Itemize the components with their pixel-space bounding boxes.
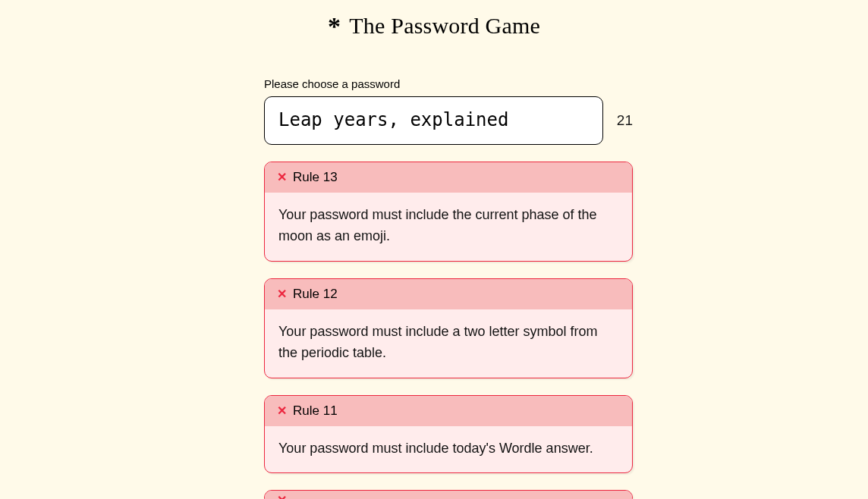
rule-body: Your password must include the current p…	[265, 193, 632, 261]
prompt-label: Please choose a password	[264, 77, 633, 90]
rule-head: ✕	[265, 491, 632, 499]
rule-title: Rule 13	[293, 170, 338, 185]
asterisk-icon: *	[328, 12, 341, 40]
page-title: * The Password Game	[0, 12, 868, 41]
rule-head: ✕ Rule 11	[265, 396, 632, 426]
close-icon: ✕	[277, 494, 287, 499]
rule-card-13: ✕ Rule 13 Your password must include the…	[264, 162, 633, 262]
rule-title: Rule 11	[293, 403, 338, 419]
title-text: The Password Game	[349, 13, 540, 38]
password-input[interactable]: Leap years, explained	[264, 96, 603, 145]
rule-card-partial: ✕	[264, 490, 633, 499]
rule-body: Your password must include a two letter …	[265, 309, 632, 378]
rule-card-11: ✕ Rule 11 Your password must include tod…	[264, 395, 633, 474]
close-icon: ✕	[277, 405, 287, 417]
close-icon: ✕	[277, 171, 287, 184]
rule-head: ✕ Rule 13	[265, 162, 632, 193]
main-container: Please choose a password Leap years, exp…	[264, 77, 633, 499]
rule-card-12: ✕ Rule 12 Your password must include a t…	[264, 278, 633, 378]
input-row: Leap years, explained 21	[264, 96, 633, 145]
rule-head: ✕ Rule 12	[265, 279, 632, 309]
rule-body: Your password must include today's Wordl…	[265, 426, 632, 473]
close-icon: ✕	[277, 288, 287, 300]
rule-title: Rule 12	[293, 287, 338, 302]
char-count: 21	[617, 112, 633, 129]
